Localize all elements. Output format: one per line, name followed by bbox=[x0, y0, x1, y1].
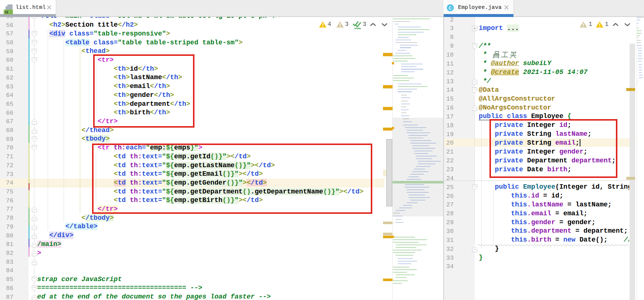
svg-text:H: H bbox=[5, 10, 8, 14]
svg-text:C: C bbox=[449, 6, 452, 11]
